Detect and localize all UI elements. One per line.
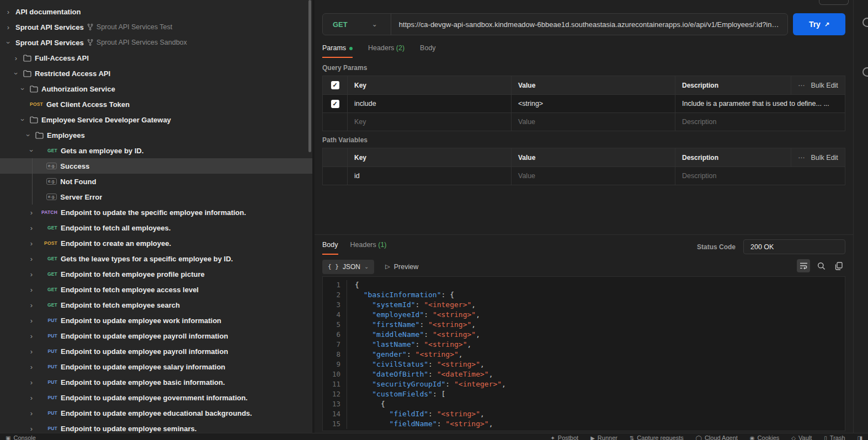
tab-headers[interactable]: Headers (2) [368, 44, 404, 58]
path-key[interactable]: id [347, 167, 511, 185]
json-punctuation: { [355, 281, 359, 289]
chevron-right-icon[interactable]: › [28, 363, 35, 371]
sidebar-item[interactable]: ›Restricted Access API [0, 66, 312, 81]
cookies-button[interactable]: ◉Cookies [750, 434, 779, 440]
path-variables-title: Path Variables [322, 136, 368, 144]
tab-response-headers[interactable]: Headers (1) [350, 241, 387, 255]
description-placeholder[interactable]: Description [675, 113, 845, 131]
sidebar-item[interactable]: ›GETGets the leave types for a specific … [0, 251, 312, 266]
vault-button[interactable]: ◇Vault [791, 434, 812, 440]
select-all-checkbox[interactable]: ✓ [331, 81, 339, 89]
table-row-empty[interactable]: Key Value Description [323, 112, 845, 131]
description-placeholder[interactable]: Description [675, 167, 845, 185]
chevron-right-icon[interactable]: › [28, 208, 35, 217]
runner-button[interactable]: ▶Runner [590, 434, 617, 440]
chevron-right-icon[interactable]: › [28, 286, 35, 294]
sidebar-item[interactable]: ›Employees [0, 127, 312, 143]
chevron-down-icon[interactable]: › [12, 69, 20, 77]
chevron-right-icon[interactable]: › [28, 239, 35, 248]
bulk-edit-button[interactable]: ⋯ Bulk Edit [791, 148, 845, 167]
status-code-value[interactable]: 200 OK [743, 239, 845, 254]
param-key[interactable]: include [347, 95, 511, 112]
chevron-right-icon[interactable]: › [28, 270, 35, 278]
sidebar-item[interactable]: ›GETEndpoint to fetch employee search [0, 297, 312, 313]
tab-params[interactable]: Params [322, 44, 353, 58]
value-placeholder[interactable]: Value [511, 113, 675, 131]
sidebar-item[interactable]: ›PUTEndpoint to update employee salary i… [0, 359, 312, 374]
sidebar-scrollbar[interactable] [308, 0, 311, 152]
sidebar-item[interactable]: ›POSTEndpoint to create an employee. [0, 235, 312, 251]
chevron-down-icon[interactable]: › [19, 116, 27, 124]
key-placeholder[interactable]: Key [347, 113, 511, 131]
sidebar-item[interactable]: ›PUTEndpoint to update employee educatio… [0, 405, 312, 421]
chevron-right-icon[interactable]: › [4, 23, 12, 31]
cloud-button[interactable]: ◯Cloud Agent [696, 434, 738, 440]
row-checkbox[interactable]: ✓ [331, 100, 339, 108]
sidebar-item[interactable]: ›API documentation [0, 4, 312, 19]
partial-toolbar-button[interactable] [819, 0, 849, 5]
table-row[interactable]: id Value Description [323, 167, 845, 185]
chevron-down-icon[interactable]: › [4, 39, 13, 46]
param-value[interactable]: <string> [511, 95, 675, 112]
chevron-right-icon[interactable]: › [28, 347, 35, 356]
sidebar-item[interactable]: ›Sprout API ServicesSprout API Services … [0, 19, 312, 35]
rail-icon-bottom[interactable] [862, 67, 868, 77]
console-button[interactable]: ▣ Console [6, 434, 36, 440]
search-icon[interactable] [814, 259, 828, 272]
sidebar-item[interactable]: ›Full-Access API [0, 50, 312, 66]
bulk-edit-button[interactable]: ⋯ Bulk Edit [791, 76, 845, 94]
sidebar-item[interactable]: ›Sprout API ServicesSprout API Services … [0, 35, 312, 50]
copy-icon[interactable] [832, 259, 845, 272]
capture-button[interactable]: ⇅Capture requests [630, 434, 684, 440]
wrap-text-icon[interactable] [797, 259, 810, 272]
postbot-button[interactable]: ✦Postbot [550, 434, 578, 440]
chevron-down-icon[interactable]: › [24, 131, 33, 139]
chevron-down-icon[interactable]: › [19, 85, 27, 93]
param-description[interactable]: Include is a parameter that is used to d… [675, 95, 845, 112]
chevron-right-icon[interactable]: › [28, 224, 35, 232]
chevron-right-icon[interactable]: › [28, 394, 35, 402]
panel-button[interactable]: ◨ [858, 434, 862, 440]
rail-icon-top[interactable] [862, 18, 868, 27]
try-button[interactable]: Try ↗ [793, 13, 845, 35]
trash-button[interactable]: ▯Trash [824, 434, 845, 440]
chevron-right-icon[interactable]: › [28, 425, 35, 433]
chevron-right-icon[interactable]: › [28, 316, 35, 325]
sidebar-item[interactable]: ›GETGets an employee by ID. [0, 143, 312, 158]
sidebar-item[interactable]: ›GETEndpoint to fetch employee profile p… [0, 266, 312, 282]
table-row[interactable]: ✓ include <string> Include is a paramete… [323, 94, 845, 112]
sidebar-item[interactable]: ›PATCHEndpoint to update the specific em… [0, 205, 312, 220]
sidebar-item[interactable]: ›PUTEndpoint to update employee payroll … [0, 344, 312, 359]
chevron-down-icon[interactable]: › [28, 147, 36, 154]
sidebar-item[interactable]: ›GETEndpoint to fetch all employees. [0, 220, 312, 235]
chevron-right-icon[interactable]: › [28, 378, 35, 387]
method-select-value[interactable]: GET [323, 20, 348, 29]
sidebar-item[interactable]: e.g.Server Error [0, 189, 312, 205]
sidebar-item[interactable]: ›PUTEndpoint to update employee basic in… [0, 374, 312, 390]
chevron-right-icon[interactable]: › [4, 8, 12, 16]
sidebar-item[interactable]: e.g.Success [0, 158, 312, 174]
sidebar-item[interactable]: ›PUTEndpoint to update employee seminars… [0, 421, 312, 433]
json-key: "fieldId" [390, 410, 428, 418]
preview-button[interactable]: ▷ Preview [385, 263, 418, 271]
response-body-code[interactable]: 1{2"basicInformation": {3"systemId": "<i… [322, 276, 845, 431]
format-select[interactable]: { } JSON ⌄ [322, 260, 374, 274]
chevron-right-icon[interactable]: › [28, 332, 35, 340]
sidebar-item[interactable]: e.g.Not Found [0, 174, 312, 189]
chevron-down-icon[interactable]: ⌄ [372, 20, 377, 28]
url-input[interactable]: https://ca-devgw-api-sandbox.kindmeadow-… [391, 20, 787, 29]
value-placeholder[interactable]: Value [511, 167, 675, 185]
chevron-right-icon[interactable]: › [28, 301, 35, 309]
sidebar-item[interactable]: ›PUTEndpoint to update employee governme… [0, 390, 312, 405]
sidebar-item[interactable]: ›PUTEndpoint to update employee payroll … [0, 328, 312, 344]
sidebar-item[interactable]: ›Employee Service Developer Gateway [0, 112, 312, 127]
chevron-right-icon[interactable]: › [28, 409, 35, 417]
sidebar-item[interactable]: ›GETEndpoint to fetch employee access le… [0, 282, 312, 297]
sidebar-item[interactable]: POSTGet Client Access Token [0, 96, 312, 112]
chevron-right-icon[interactable]: › [28, 255, 35, 263]
tab-body[interactable]: Body [420, 44, 436, 58]
sidebar-item[interactable]: ›PUTEndpoint to update employee work inf… [0, 313, 312, 328]
tab-response-body[interactable]: Body [322, 241, 338, 255]
chevron-right-icon[interactable]: › [12, 54, 20, 62]
sidebar-item[interactable]: ›Authorization Service [0, 81, 312, 96]
